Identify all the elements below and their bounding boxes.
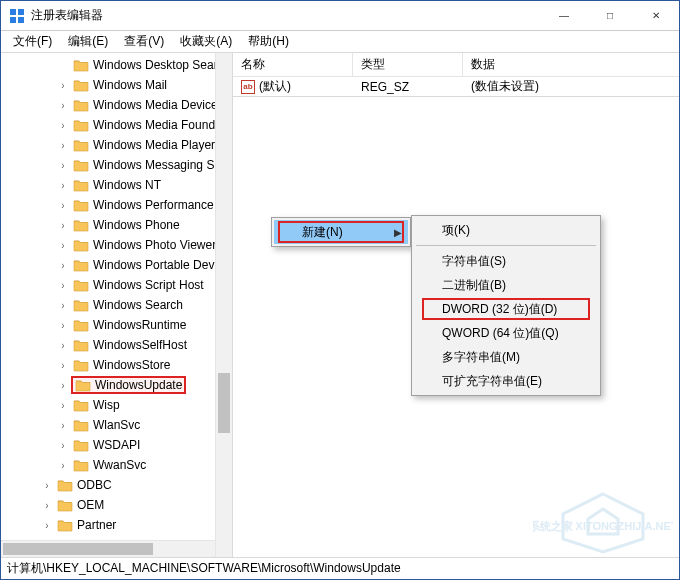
- folder-icon: [75, 378, 91, 392]
- tree-item[interactable]: ›WSDAPI: [1, 435, 232, 455]
- tree-item-label: Windows Phone: [93, 218, 180, 232]
- maximize-button[interactable]: □: [587, 1, 633, 30]
- tree-item-label: Windows Portable Devic: [93, 258, 223, 272]
- menu-item-label: 项(K): [442, 222, 470, 239]
- tree-item[interactable]: ›WindowsRuntime: [1, 315, 232, 335]
- expand-arrow-icon[interactable]: ›: [57, 99, 69, 111]
- expand-arrow-icon[interactable]: ›: [57, 119, 69, 131]
- submenu-item-expandstring[interactable]: 可扩充字符串值(E): [414, 369, 598, 393]
- tree-item[interactable]: ›Windows Photo Viewer: [1, 235, 232, 255]
- menu-view[interactable]: 查看(V): [116, 31, 172, 52]
- app-icon: [9, 8, 25, 24]
- tree-item[interactable]: ›WlanSvc: [1, 415, 232, 435]
- expand-arrow-icon[interactable]: ›: [57, 299, 69, 311]
- folder-icon: [73, 118, 89, 132]
- menu-file[interactable]: 文件(F): [5, 31, 60, 52]
- expand-arrow-icon[interactable]: ›: [57, 379, 69, 391]
- expand-arrow-icon[interactable]: ›: [57, 419, 69, 431]
- col-name[interactable]: 名称: [233, 53, 353, 76]
- menu-edit[interactable]: 编辑(E): [60, 31, 116, 52]
- folder-icon: [73, 438, 89, 452]
- submenu-item-string[interactable]: 字符串值(S): [414, 249, 598, 273]
- expand-arrow-icon[interactable]: ›: [57, 319, 69, 331]
- tree-item[interactable]: ›Windows Media Founda: [1, 115, 232, 135]
- menu-help[interactable]: 帮助(H): [240, 31, 297, 52]
- list-row[interactable]: ab (默认) REG_SZ (数值未设置): [233, 77, 679, 97]
- tree-item[interactable]: ›Windows Search: [1, 295, 232, 315]
- tree-item[interactable]: ›Windows Media Player I: [1, 135, 232, 155]
- list-body[interactable]: ab (默认) REG_SZ (数值未设置): [233, 77, 679, 97]
- tree-hscrollbar[interactable]: [1, 540, 215, 557]
- tree-item[interactable]: ›WindowsUpdate: [1, 375, 232, 395]
- folder-icon: [73, 238, 89, 252]
- col-data[interactable]: 数据: [463, 53, 679, 76]
- folder-icon: [57, 498, 73, 512]
- expand-arrow-icon[interactable]: ›: [57, 139, 69, 151]
- tree-item[interactable]: ›WindowsSelfHost: [1, 335, 232, 355]
- expand-arrow-icon[interactable]: ›: [57, 199, 69, 211]
- tree-item[interactable]: ›Windows Performance T: [1, 195, 232, 215]
- folder-icon: [73, 218, 89, 232]
- tree-item[interactable]: ›Windows Desktop Searc: [1, 55, 232, 75]
- tree-item-label: Windows NT: [93, 178, 161, 192]
- tree-item-label: OEM: [77, 498, 104, 512]
- expand-arrow-icon[interactable]: ›: [41, 499, 53, 511]
- col-type[interactable]: 类型: [353, 53, 463, 76]
- submenu-item-key[interactable]: 项(K): [414, 218, 598, 242]
- tree-item[interactable]: ›Wisp: [1, 395, 232, 415]
- window-buttons: — □ ✕: [541, 1, 679, 30]
- folder-icon: [73, 178, 89, 192]
- menu-item-new[interactable]: 新建(N) ▶: [274, 220, 408, 244]
- submenu-item-dword32[interactable]: DWORD (32 位)值(D): [414, 297, 598, 321]
- cell-data: (数值未设置): [463, 78, 679, 95]
- expand-arrow-icon[interactable]: ›: [57, 439, 69, 451]
- submenu-item-qword64[interactable]: QWORD (64 位)值(Q): [414, 321, 598, 345]
- tree-item[interactable]: ›OEM: [1, 495, 232, 515]
- context-menu[interactable]: 新建(N) ▶: [271, 217, 411, 247]
- expand-arrow-icon[interactable]: ›: [57, 159, 69, 171]
- expand-arrow-icon[interactable]: ›: [57, 259, 69, 271]
- minimize-button[interactable]: —: [541, 1, 587, 30]
- expand-arrow-icon[interactable]: ›: [57, 239, 69, 251]
- tree-item-label: Windows Performance T: [93, 198, 224, 212]
- tree-item[interactable]: ›Windows Portable Devic: [1, 255, 232, 275]
- tree-item-label: WindowsStore: [93, 358, 170, 372]
- expand-arrow-icon[interactable]: ›: [57, 179, 69, 191]
- tree-item[interactable]: ›WindowsStore: [1, 355, 232, 375]
- tree-item[interactable]: ›Windows Messaging Su: [1, 155, 232, 175]
- tree-item[interactable]: ›Windows Media Device: [1, 95, 232, 115]
- expand-arrow-icon[interactable]: ›: [57, 459, 69, 471]
- tree-item[interactable]: ›Windows Script Host: [1, 275, 232, 295]
- expand-arrow-icon[interactable]: ›: [41, 479, 53, 491]
- tree-item[interactable]: ›WwanSvc: [1, 455, 232, 475]
- folder-icon: [73, 138, 89, 152]
- context-submenu[interactable]: 项(K) 字符串值(S) 二进制值(B) DWORD (32 位)值(D) QW…: [411, 215, 601, 396]
- folder-icon: [73, 258, 89, 272]
- expand-arrow-icon[interactable]: ›: [57, 219, 69, 231]
- tree-item-label: Windows Media Device: [93, 98, 218, 112]
- tree-item[interactable]: ›Partner: [1, 515, 232, 535]
- tree-item[interactable]: ›Windows Mail: [1, 75, 232, 95]
- menu-favorites[interactable]: 收藏夹(A): [172, 31, 240, 52]
- expand-arrow-icon[interactable]: ›: [57, 339, 69, 351]
- expand-arrow-icon[interactable]: ›: [57, 279, 69, 291]
- expand-arrow-icon[interactable]: ›: [41, 519, 53, 531]
- menubar: 文件(F) 编辑(E) 查看(V) 收藏夹(A) 帮助(H): [1, 31, 679, 53]
- tree-vscrollbar[interactable]: [215, 53, 232, 557]
- tree[interactable]: ›Windows Desktop Searc›Windows Mail›Wind…: [1, 53, 232, 555]
- tree-item[interactable]: ›ODBC: [1, 475, 232, 495]
- tree-item-label: Windows Media Player I: [93, 138, 222, 152]
- folder-icon: [73, 158, 89, 172]
- tree-item-label: Partner: [77, 518, 116, 532]
- tree-item[interactable]: ›Windows Phone: [1, 215, 232, 235]
- tree-item[interactable]: ›Windows NT: [1, 175, 232, 195]
- folder-icon: [73, 318, 89, 332]
- submenu-item-multistring[interactable]: 多字符串值(M): [414, 345, 598, 369]
- tree-item-label: Windows Mail: [93, 78, 167, 92]
- close-button[interactable]: ✕: [633, 1, 679, 30]
- expand-arrow-icon[interactable]: ›: [57, 79, 69, 91]
- submenu-item-binary[interactable]: 二进制值(B): [414, 273, 598, 297]
- expand-arrow-icon[interactable]: ›: [57, 399, 69, 411]
- expand-arrow-icon[interactable]: ›: [57, 359, 69, 371]
- menu-item-label: DWORD (32 位)值(D): [442, 301, 557, 318]
